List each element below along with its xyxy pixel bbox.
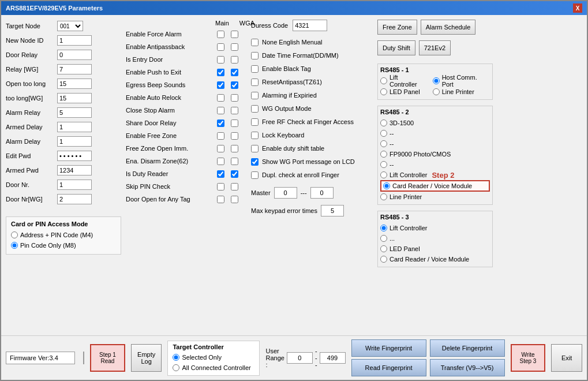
radio-all-connected[interactable] [173,364,179,371]
radio-rs485-3-lift[interactable] [380,225,387,231]
dropdown-target-node[interactable]: 001 [57,21,83,31]
radio-rs485-3-opt1[interactable] [380,235,387,242]
cb-wga-6[interactable] [231,107,238,114]
cb-label-11: Is Duty Reader [126,170,212,177]
cb-wga-9[interactable] [231,145,238,152]
free-zone-button[interactable]: Free Zone [377,20,417,35]
cb-main-0[interactable] [217,31,224,38]
721ev2-button[interactable]: 721Ev2 [419,40,451,55]
duress-input[interactable] [293,20,327,31]
radio-m8[interactable] [11,242,18,249]
exit-button[interactable]: Exit [551,344,582,372]
radio-rs485-2-fp9000[interactable] [380,151,387,158]
cb-wga-11[interactable] [231,170,238,178]
cb-dupl-check: Dupl. check at enroll Finger [251,169,373,181]
write-fingerprint-button[interactable]: Write Fingerprint [351,339,426,357]
input-armed-delay[interactable] [57,122,92,132]
input-new-node-id[interactable] [57,35,92,46]
master-input-1[interactable] [274,187,297,199]
radio-rs485-2-line-printer[interactable] [380,193,387,200]
master-input-2[interactable] [310,187,334,199]
cb-datetime-format-check[interactable] [251,52,259,59]
cb-wga-10[interactable] [231,158,238,165]
field-row-too-long-wg: too long[WG] [6,92,121,104]
radio-rs485-2-opt1[interactable] [380,130,387,137]
radio-selected-only[interactable] [173,354,179,361]
cb-wga-1[interactable] [231,43,238,51]
cb-enable-duty-shift-check[interactable] [251,145,259,152]
cb-wga-4[interactable] [231,81,238,89]
cb-main-13[interactable] [217,196,224,203]
cb-main-5[interactable] [217,94,224,102]
input-relay-wg[interactable] [57,64,92,74]
field-row-new-node-id: New Node ID [6,34,121,47]
empty-log-button[interactable]: Empty Log [131,344,162,372]
transfer-button[interactable]: Transfer (V9-->V5) [430,359,505,376]
input-edit-pwd[interactable] [57,151,92,161]
max-keypad-input[interactable] [321,205,344,216]
cb-main-1[interactable] [217,43,224,51]
radio-rs485-2-lift[interactable] [380,171,387,178]
input-too-long-wg[interactable] [57,93,92,103]
cb-wga-0[interactable] [231,31,238,38]
user-range-to[interactable] [320,352,346,364]
cb-free-rf-check[interactable] [251,118,259,126]
card-pin-option-m8: Pin Code Only (M8) [11,240,116,251]
radio-rs485-3-led[interactable] [380,245,387,252]
input-alarm-delay[interactable] [57,136,92,147]
input-alarm-relay[interactable] [57,107,92,118]
field-row-armed-delay: Armed Delay [6,121,121,133]
radio-rs485-1-led[interactable] [380,88,387,95]
cb-wga-5[interactable] [231,94,238,102]
cb-wga-13[interactable] [231,196,238,203]
step3-write-button[interactable]: Write Step 3 [511,344,546,372]
cb-main-7[interactable] [217,119,224,127]
duty-shift-button[interactable]: Duty Shift [377,40,415,55]
cb-lock-keyboard-check[interactable] [251,132,259,139]
read-fingerprint-button[interactable]: Read Fingerprint [351,359,426,376]
input-armed-pwd[interactable] [57,165,92,175]
cb-main-11[interactable] [217,170,224,178]
cb-dupl-check-check[interactable] [251,171,259,179]
cb-main-2[interactable] [217,56,224,64]
cb-main-12[interactable] [217,183,224,190]
cb-main-10[interactable] [217,158,224,165]
field-row-door-nr-wg: Door Nr[WG] [6,193,121,206]
cb-main-9[interactable] [217,145,224,152]
radio-m4[interactable] [11,231,18,238]
radio-rs485-2-3d1500[interactable] [380,119,387,126]
cb-none-english[interactable] [251,39,259,46]
cb-wga-12[interactable] [231,183,238,190]
input-open-too-long[interactable] [57,79,92,89]
cb-show-wg-port-check[interactable] [251,158,259,166]
radio-rs485-3-card-reader[interactable] [380,256,387,263]
close-button[interactable]: X [573,3,582,13]
cb-wga-8[interactable] [231,132,238,140]
alarm-schedule-button[interactable]: Alarm Schedule [421,20,476,35]
cb-wga-7[interactable] [231,119,238,127]
radio-rs485-2-opt4[interactable] [380,161,387,168]
delete-fingerprint-button[interactable]: Delete Fingerprint [430,339,505,357]
cb-wga-2[interactable] [231,56,238,64]
cb-main-8[interactable] [217,132,224,140]
cb-wg-output-check[interactable] [251,105,259,113]
cb-main-6[interactable] [217,107,224,114]
input-door-relay[interactable] [57,50,92,60]
step2-label: Step 2 [432,171,454,180]
cb-enable-black-tag-check[interactable] [251,65,259,73]
radio-rs485-1-host[interactable] [433,77,440,84]
cb-label-2: Is Entry Door [126,56,212,63]
cb-alarming-expired-check[interactable] [251,92,259,99]
radio-rs485-2-opt2[interactable] [380,140,387,147]
cb-main-4[interactable] [217,81,224,89]
cb-reset-antipass-check[interactable] [251,79,259,86]
cb-wga-3[interactable] [231,69,238,76]
radio-rs485-2-card-reader[interactable] [383,182,390,189]
radio-rs485-1-lift[interactable] [380,77,387,84]
user-range-from[interactable] [287,352,313,364]
input-door-nr[interactable] [57,180,92,190]
input-door-nr-wg[interactable] [57,194,92,204]
cb-main-3[interactable] [217,69,224,76]
radio-rs485-1-printer[interactable] [433,88,440,95]
step1-read-button[interactable]: Step 1 Read [90,344,125,372]
